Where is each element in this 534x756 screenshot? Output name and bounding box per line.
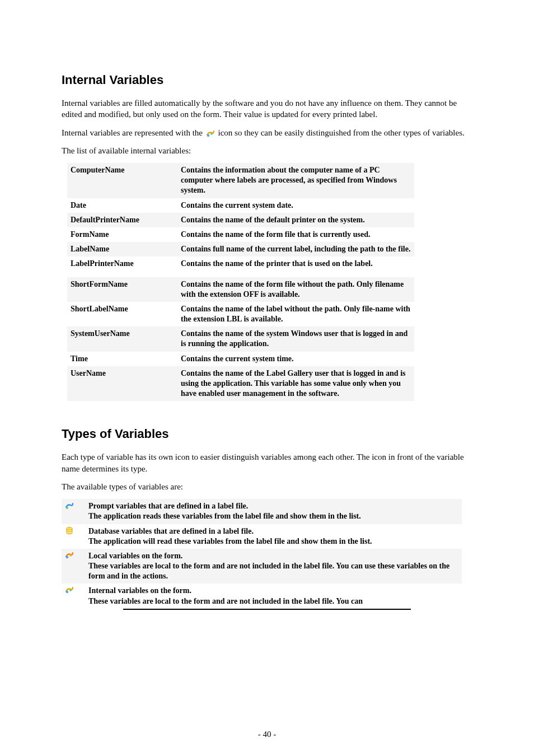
svg-point-2 bbox=[66, 507, 68, 509]
table-row: Date Contains the current system date. bbox=[67, 198, 414, 213]
table-row: Time Contains the current system time. bbox=[67, 352, 414, 366]
svg-point-8 bbox=[69, 589, 72, 591]
text-fragment: These variables are local to the form an… bbox=[88, 562, 449, 580]
table-row: UserName Contains the name of the Label … bbox=[67, 366, 414, 402]
table-row: Database variables that are defined in a… bbox=[62, 524, 462, 549]
svg-point-1 bbox=[210, 133, 213, 135]
text-fragment: Database variables that are defined in a… bbox=[88, 527, 254, 535]
page-number: - 40 - bbox=[0, 730, 534, 739]
table-row: ShortLabelName Contains the name of the … bbox=[67, 302, 414, 326]
table-row: LabelPrinterName Contains the name of th… bbox=[67, 256, 414, 277]
internal-variable-icon bbox=[62, 584, 85, 608]
text-fragment: Prompt variables that are defined in a l… bbox=[88, 502, 248, 510]
variable-desc: Contains the name of the Label Gallery u… bbox=[177, 366, 414, 402]
type-desc: Prompt variables that are defined in a l… bbox=[85, 499, 462, 524]
text-fragment: Internal variables on the form. bbox=[88, 586, 191, 595]
variable-desc: Contains the name of the form file that … bbox=[177, 227, 414, 242]
type-desc: Internal variables on the form. These va… bbox=[85, 584, 462, 608]
variable-name: Date bbox=[67, 198, 177, 213]
type-desc: Local variables on the form. These varia… bbox=[85, 549, 462, 584]
table-row: DefaultPrinterName Contains the name of … bbox=[67, 213, 414, 227]
variable-desc: Contains the name of the form file witho… bbox=[177, 277, 414, 302]
paragraph: The available types of variables are: bbox=[62, 481, 472, 492]
table-row: Prompt variables that are defined in a l… bbox=[62, 499, 462, 524]
paragraph: Each type of variable has its own icon t… bbox=[62, 451, 472, 474]
text-fragment: These variables are local to the form an… bbox=[88, 597, 363, 605]
variable-name: FormName bbox=[67, 227, 177, 242]
table-row: Internal variables on the form. These va… bbox=[62, 584, 462, 608]
database-variable-icon bbox=[62, 524, 85, 549]
variable-desc: Contains the information about the compu… bbox=[177, 163, 414, 198]
document-page: Internal Variables Internal variables ar… bbox=[0, 0, 534, 756]
table-row: LabelName Contains full name of the curr… bbox=[67, 242, 414, 256]
internal-variable-icon bbox=[206, 129, 215, 137]
variable-name: DefaultPrinterName bbox=[67, 213, 177, 227]
svg-point-0 bbox=[207, 134, 209, 137]
variable-types-table: Prompt variables that are defined in a l… bbox=[62, 499, 462, 609]
variable-name: LabelPrinterName bbox=[67, 256, 177, 277]
variable-name: Time bbox=[67, 352, 177, 366]
table-row: ShortFormName Contains the name of the f… bbox=[67, 277, 414, 302]
internal-variables-table: ComputerName Contains the information ab… bbox=[67, 163, 414, 401]
variable-desc: Contains the name of the default printer… bbox=[177, 213, 414, 227]
text-fragment: icon so they can be easily distinguished… bbox=[218, 128, 464, 137]
variable-name: ShortFormName bbox=[67, 277, 177, 302]
footer-rule bbox=[123, 609, 411, 610]
text-fragment: The application reads these variables fr… bbox=[88, 512, 361, 520]
table-row: ComputerName Contains the information ab… bbox=[67, 163, 414, 198]
type-desc: Database variables that are defined in a… bbox=[85, 524, 462, 549]
svg-point-5 bbox=[66, 556, 68, 558]
variable-desc: Contains the current system time. bbox=[177, 352, 414, 366]
table-row: Local variables on the form. These varia… bbox=[62, 549, 462, 584]
variable-name: LabelName bbox=[67, 242, 177, 256]
svg-point-7 bbox=[66, 591, 68, 593]
variable-name: UserName bbox=[67, 366, 177, 402]
variable-name: SystemUserName bbox=[67, 326, 177, 351]
variable-desc: Contains the current system date. bbox=[177, 198, 414, 213]
paragraph: The list of available internal variables… bbox=[62, 145, 472, 156]
variable-desc: Contains the name of the printer that is… bbox=[177, 256, 414, 277]
local-variable-icon bbox=[62, 549, 85, 584]
text-fragment: Local variables on the form. bbox=[88, 552, 182, 560]
heading-types-of-variables: Types of Variables bbox=[62, 427, 472, 441]
svg-point-6 bbox=[69, 554, 72, 557]
paragraph: Internal variables are filled automatica… bbox=[62, 97, 472, 120]
variable-name: ShortLabelName bbox=[67, 302, 177, 326]
prompt-variable-icon bbox=[62, 499, 85, 524]
paragraph: Internal variables are represented with … bbox=[62, 127, 472, 138]
variable-desc: Contains the name of the label without t… bbox=[177, 302, 414, 326]
table-row: SystemUserName Contains the name of the … bbox=[67, 326, 414, 351]
heading-internal-variables: Internal Variables bbox=[62, 73, 472, 87]
variable-desc: Contains the name of the system Windows … bbox=[177, 326, 414, 351]
variable-desc: Contains full name of the current label,… bbox=[177, 242, 414, 256]
text-fragment: Internal variables are represented with … bbox=[62, 128, 205, 137]
table-row: FormName Contains the name of the form f… bbox=[67, 227, 414, 242]
text-fragment: The application will read these variable… bbox=[88, 537, 372, 545]
variable-name: ComputerName bbox=[67, 163, 177, 198]
